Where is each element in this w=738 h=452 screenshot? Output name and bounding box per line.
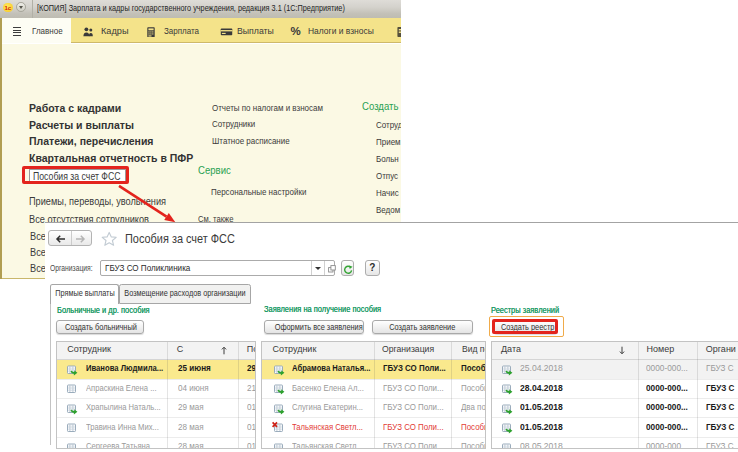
doc-posted-icon <box>270 441 287 449</box>
tab-nalogi[interactable]: Налоги и взносы <box>308 26 378 36</box>
link-col1-0[interactable]: Работа с кадрами <box>29 102 121 114</box>
table-cell: 01.05.2018 <box>520 402 563 412</box>
column-header[interactable]: Сотрудник <box>273 344 317 354</box>
column-header[interactable]: Номер <box>646 344 674 354</box>
tab-vyplaty[interactable]: Выплаты <box>237 26 275 36</box>
annotation-red-box-menu <box>22 166 129 184</box>
create-all-applications-button[interactable]: Оформить все заявления <box>264 320 364 335</box>
create-link-4[interactable]: Начис <box>376 187 399 198</box>
table-row[interactable]: Храпылина Наталь...29 мая01 <box>57 399 256 418</box>
link-col1-1[interactable]: Расчеты и выплаты <box>29 119 134 131</box>
row-icon <box>270 382 287 396</box>
column-header[interactable]: Органи <box>706 344 736 354</box>
start-page-link[interactable]: Персональные настройки <box>211 186 306 197</box>
forward-icon[interactable] <box>75 235 87 243</box>
link-col1-2[interactable]: Платежи, перечисления <box>29 135 154 147</box>
start-page-link[interactable]: Отчеты по налогам и взносам <box>212 102 323 113</box>
table-row[interactable]: 01.05.20180000-000...ГБУЗ С <box>492 399 738 418</box>
create-link-5[interactable]: Ведом <box>376 204 400 215</box>
table-row[interactable]: 25.04.20180000-000...ГБУЗ С <box>492 360 738 379</box>
tab-kadry[interactable]: Кадры <box>101 26 128 36</box>
table-header[interactable]: ДатаНомерОргани <box>492 342 738 360</box>
panel3-header: Реестры заявлений <box>491 305 573 315</box>
row-icon <box>63 421 80 435</box>
table-row[interactable]: 08.05.20180000-000ГБУЗ С <box>492 438 738 449</box>
table-cell: 01 <box>247 402 256 412</box>
sick-leave-table[interactable]: СотрудникСПоИванова Людмила...25 июня29А… <box>56 341 257 449</box>
table-row[interactable]: Апраскина Елена ...04 июня21 <box>57 380 256 399</box>
start-page-link[interactable]: Штатное расписание <box>212 135 290 146</box>
column-header[interactable]: С <box>177 344 184 354</box>
tab-glavnoe[interactable]: Главное <box>32 26 66 36</box>
system-menu-button[interactable] <box>16 2 26 12</box>
1c-logo-icon: 1с <box>3 3 13 13</box>
section-menubar: Главное Кадры Зарплата Выплаты <box>0 18 401 43</box>
link-col1-3[interactable]: Квартальная отчетность в ПФР <box>29 152 193 164</box>
doc-posted-icon <box>498 421 515 435</box>
create-application-button[interactable]: Создать заявление <box>372 320 473 335</box>
tab-zarplata[interactable]: Зарплата <box>164 26 203 36</box>
row-icon <box>63 441 80 449</box>
doc-plain-icon <box>63 382 80 396</box>
table-row[interactable]: Иванова Людмила...25 июня29 <box>57 360 256 379</box>
row-icon <box>270 363 287 377</box>
create-sick-leave-button[interactable]: Создать больничный <box>56 320 144 335</box>
create-link-2[interactable]: Больн <box>376 153 399 164</box>
table-row[interactable]: 01.05.20180000-000...ГБУЗ С <box>492 419 738 438</box>
doc-deleted-icon <box>270 421 287 435</box>
help-button[interactable]: ? <box>365 260 381 276</box>
table-cell: Тальянская Светл <box>292 441 357 448</box>
table-cell: 28.04.2018 <box>520 383 563 393</box>
start-page-link[interactable]: Все <box>30 263 46 274</box>
org-field[interactable]: ГБУЗ СО Поликлиника <box>100 260 335 276</box>
applications-table[interactable]: СотрудникОрганизацияВид поАбрамова Натал… <box>261 341 486 449</box>
table-cell: Абрамова Наталья... <box>292 363 370 373</box>
table-cell: Басенко Елена Ал... <box>292 383 364 393</box>
column-header[interactable]: Дата <box>501 344 521 354</box>
registries-table[interactable]: ДатаНомерОргани25.04.20180000-000...ГБУЗ… <box>491 341 738 449</box>
row-icon <box>270 421 287 435</box>
column-separator <box>374 342 375 448</box>
start-page-link[interactable]: Приемы, переводы, увольнения <box>29 196 166 207</box>
refresh-button[interactable] <box>341 260 355 276</box>
field-separator <box>324 261 325 275</box>
column-header[interactable]: Сотрудник <box>67 344 111 354</box>
hamburger-icon[interactable] <box>13 27 21 36</box>
table-row[interactable]: 28.04.20180000-000...ГБУЗ С <box>492 380 738 399</box>
table-row[interactable]: Травина Инна Мих...28 мая01 <box>57 419 256 438</box>
table-cell: Пособи <box>461 441 486 448</box>
column-header[interactable]: Вид по <box>462 344 486 354</box>
dropdown-arrow-icon[interactable] <box>315 267 321 270</box>
create-link-3[interactable]: Отпус <box>376 170 398 181</box>
tab-vozmeshchenie[interactable]: Возмещение расходов организации <box>119 284 251 304</box>
table-row[interactable]: Сергеева Татьяна28 мая01 <box>57 438 256 449</box>
table-cell: Храпылина Наталь... <box>86 402 161 412</box>
favorite-star-icon[interactable] <box>101 231 118 247</box>
table-cell: Сергеева Татьяна <box>86 441 150 448</box>
page: 1с [КОПИЯ] Зарплата и кадры государствен… <box>0 0 738 452</box>
chevron-down-icon <box>19 6 23 9</box>
table-cell: 0000-000 <box>646 441 681 448</box>
window-title: [КОПИЯ] Зарплата и кадры государственног… <box>37 3 401 13</box>
doc-posted-icon <box>498 441 515 449</box>
table-cell: 25.04.2018 <box>520 363 563 373</box>
start-page-link[interactable]: Сотрудники <box>212 118 255 129</box>
column-separator <box>697 342 698 448</box>
table-cell: ГБУЗ С <box>706 441 733 448</box>
table-header[interactable]: СотрудникСПо <box>57 342 256 360</box>
create-link-1[interactable]: Прием <box>376 136 401 147</box>
table-cell: 29 <box>247 363 256 373</box>
open-link-icon[interactable] <box>328 265 336 273</box>
start-page-link[interactable]: Все <box>30 247 46 258</box>
column-header[interactable]: Организация <box>382 344 434 354</box>
table-cell: 04 июня <box>178 383 209 393</box>
column-header[interactable]: По <box>247 344 257 354</box>
partial-section-icon <box>397 26 402 38</box>
start-page-link[interactable]: Все <box>30 231 46 242</box>
tab-pryamye-vyplaty[interactable]: Прямые выплаты <box>50 284 119 304</box>
back-icon[interactable] <box>54 235 66 243</box>
table-cell: 0000-000... <box>646 402 688 412</box>
create-link-0[interactable]: Сотруд <box>376 119 401 130</box>
titlebar: 1с [КОПИЯ] Зарплата и кадры государствен… <box>0 0 401 19</box>
table-cell: 28 мая <box>178 422 204 432</box>
